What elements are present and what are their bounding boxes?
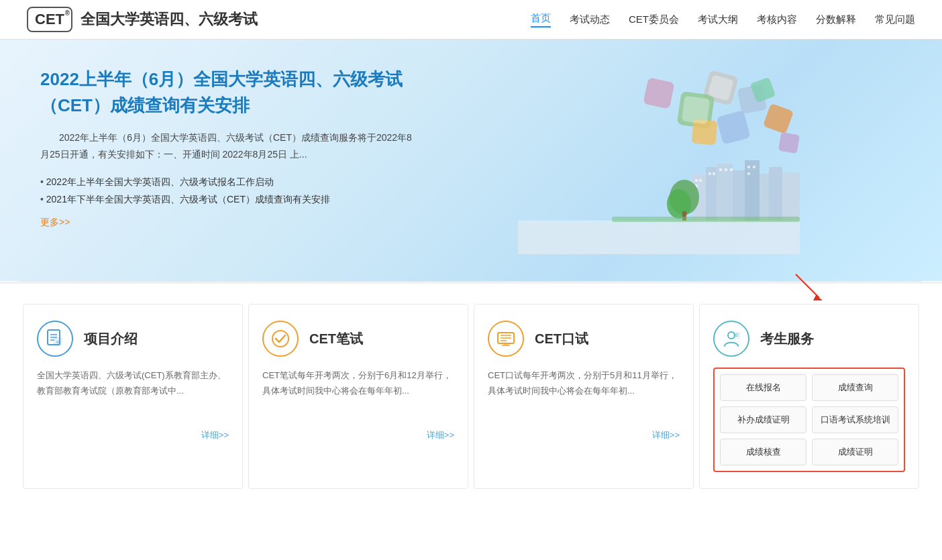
logo-badge: CET ® [27,7,72,32]
svg-rect-5 [643,77,674,109]
service-buttons-grid: 在线报名 成绩查询 补办成绩证明 口语考试系统培训 成绩核查 成绩证明 [713,368,905,472]
card-oral-link[interactable]: 详细>> [652,430,680,440]
card-project-icon: ✏ [37,321,73,357]
card-service-header: 考生服务 [713,321,905,357]
card-project-header: ✏ 项目介绍 [37,321,229,357]
svg-rect-29 [753,166,755,168]
svg-rect-14 [717,164,733,221]
card-project-footer: 详细>> [37,429,229,441]
svg-rect-30 [747,172,750,175]
card-oral-footer: 详细>> [488,429,680,441]
card-service-title: 考生服务 [760,330,814,348]
btn-register[interactable]: 在线报名 [720,374,806,401]
hero-illustration [518,66,800,254]
svg-rect-21 [699,179,702,182]
svg-rect-23 [709,172,711,175]
svg-rect-28 [747,166,750,168]
svg-rect-18 [769,167,782,221]
nav-home[interactable]: 首页 [531,12,551,27]
card-written-link[interactable]: 详细>> [427,430,454,440]
svg-rect-27 [730,168,733,171]
card-written-title: CET笔试 [309,330,363,348]
btn-cert[interactable]: 成绩证明 [812,439,898,465]
card-written-header: CET笔试 [262,321,454,357]
svg-rect-24 [713,172,715,175]
card-project-link[interactable]: 详细>> [201,430,229,440]
svg-point-32 [667,189,691,219]
card-oral-header: CET口试 [488,321,680,357]
svg-rect-52 [733,332,740,339]
card-oral-icon [488,321,524,357]
svg-text:✏: ✏ [56,339,61,345]
document-icon: ✏ [45,329,65,349]
nav-score[interactable]: 分数解释 [816,13,856,26]
logo-reg: ® [65,9,70,17]
svg-rect-10 [682,96,711,125]
arrow-indicator [789,271,829,306]
svg-rect-16 [745,160,760,221]
hero-more-link[interactable]: 更多>> [40,217,70,227]
news-item-1[interactable]: 2022年上半年全国大学英语四、六级考试报名工作启动 [40,176,416,188]
hero-news-list: 2022年上半年全国大学英语四、六级考试报名工作启动 2021年下半年全国大学英… [40,176,416,206]
svg-rect-3 [763,103,794,134]
cards-section: ✏ 项目介绍 全国大学英语四、六级考试(CET)系教育部主办、教育部教育考试院（… [0,282,942,509]
hero-image-area [416,66,902,254]
nav-review[interactable]: 考核内容 [757,13,797,26]
btn-score-check[interactable]: 成绩核查 [720,439,806,465]
svg-rect-34 [612,217,800,222]
card-service-icon [713,321,749,357]
arrow-svg [789,271,829,304]
card-project: ✏ 项目介绍 全国大学英语四、六级考试(CET)系教育部主办、教育部教育考试院（… [23,304,243,489]
svg-line-49 [796,274,819,298]
checkmark-icon [270,329,291,349]
hero-description: 2022年上半年（6月）全国大学英语四、六级考试（CET）成绩查询服务将于202… [40,129,416,163]
nav-faq[interactable]: 常见问题 [875,13,915,26]
card-oral-body: CET口试每年开考两次，分别于5月和11月举行，具体考试时间我中心将会在每年年初… [488,368,680,421]
news-item-2[interactable]: 2021年下半年全国大学英语四、六级考试（CET）成绩查询有关安排 [40,194,416,206]
card-written-footer: 详细>> [262,429,454,441]
site-title: 全国大学英语四、六级考试 [81,9,258,30]
btn-oral-training[interactable]: 口语考试系统培训 [812,406,898,433]
nav-outline[interactable]: 考试大纲 [698,13,738,26]
hero-section: 2022上半年（6月）全国大学英语四、六级考试（CET）成绩查询有关安排 202… [0,40,942,281]
logo-area: CET ® 全国大学英语四、六级考试 [27,7,258,32]
svg-rect-8 [778,132,800,154]
hero-content: 2022上半年（6月）全国大学英语四、六级考试（CET）成绩查询有关安排 202… [40,66,416,254]
nav-committee[interactable]: CET委员会 [629,13,679,26]
card-service: 考生服务 在线报名 成绩查询 补办成绩证明 口语考试系统培训 成绩核查 成绩证明 [699,304,919,489]
svg-rect-25 [719,168,722,171]
btn-score-query[interactable]: 成绩查询 [812,374,898,401]
hero-title: 2022上半年（6月）全国大学英语四、六级考试（CET）成绩查询有关安排 [40,66,416,119]
svg-rect-19 [782,172,800,221]
screen-icon [496,329,516,349]
svg-rect-35 [518,222,800,254]
card-project-body: 全国大学英语四、六级考试(CET)系教育部主办、教育部教育考试院（原教育部考试中… [37,368,229,421]
main-nav: 首页 考试动态 CET委员会 考试大纲 考核内容 分数解释 常见问题 [531,12,915,27]
card-written-icon [262,321,299,357]
card-project-title: 项目介绍 [84,330,138,348]
svg-rect-20 [695,179,698,182]
svg-rect-15 [733,170,745,221]
logo-text: CET [35,11,64,27]
card-written: CET笔试 CET笔试每年开考两次，分别于6月和12月举行，具体考试时间我中心将… [248,304,468,489]
person-icon [721,329,741,349]
card-oral: CET口试 CET口试每年开考两次，分别于5月和11月举行，具体考试时间我中心将… [474,304,694,489]
svg-rect-4 [716,110,750,144]
card-written-body: CET笔试每年开考两次，分别于6月和12月举行，具体考试时间我中心将会在每年年初… [262,368,454,421]
header: CET ® 全国大学英语四、六级考试 首页 考试动态 CET委员会 考试大纲 考… [0,0,942,40]
svg-rect-17 [760,174,769,221]
nav-news[interactable]: 考试动态 [570,13,610,26]
svg-rect-26 [725,168,727,171]
btn-cert-reissue[interactable]: 补办成绩证明 [720,406,806,433]
svg-point-42 [272,331,289,347]
card-oral-title: CET口试 [535,330,588,348]
